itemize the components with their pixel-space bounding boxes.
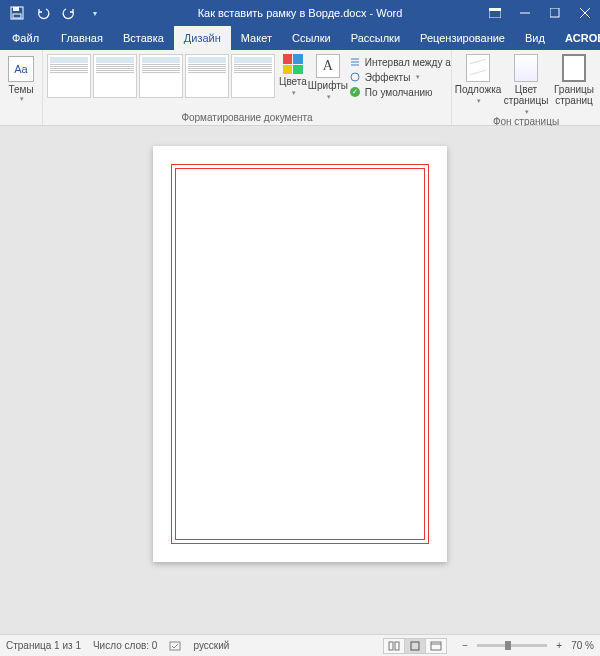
colors-label: Цвета <box>279 76 307 87</box>
style-set-thumb[interactable] <box>231 54 275 98</box>
svg-rect-17 <box>170 642 180 650</box>
svg-rect-4 <box>489 8 501 11</box>
ribbon-tabs: Файл Главная Вставка Дизайн Макет Ссылки… <box>0 26 600 50</box>
redo-button[interactable] <box>58 2 80 24</box>
undo-button[interactable] <box>32 2 54 24</box>
tab-insert[interactable]: Вставка <box>113 26 174 50</box>
status-page[interactable]: Страница 1 из 1 <box>6 640 81 651</box>
save-button[interactable] <box>6 2 28 24</box>
page-borders-button[interactable]: Границы страниц <box>552 54 596 106</box>
group-label-formatting: Форматирование документа <box>43 112 451 125</box>
page[interactable] <box>153 146 447 562</box>
effects-icon <box>349 71 361 83</box>
svg-point-16 <box>351 73 359 81</box>
read-mode-button[interactable] <box>383 638 405 654</box>
quick-access-toolbar: ▾ <box>0 2 106 24</box>
svg-rect-21 <box>431 642 441 650</box>
zoom-out-button[interactable]: − <box>459 640 471 651</box>
colors-icon <box>283 54 303 74</box>
page-color-label: Цвет страницы <box>504 84 549 106</box>
tab-layout[interactable]: Макет <box>231 26 282 50</box>
tab-references[interactable]: Ссылки <box>282 26 341 50</box>
check-icon: ✓ <box>349 86 361 98</box>
proofing-icon[interactable] <box>169 640 181 652</box>
view-buttons <box>384 638 447 654</box>
title-bar: ▾ Как вставить рамку в Ворде.docx - Word <box>0 0 600 26</box>
group-document-formatting: Цвета A Шрифты Интервал между абзацами <box>43 50 452 125</box>
fonts-icon: A <box>316 54 340 78</box>
colors-button[interactable]: Цвета <box>279 54 307 97</box>
ribbon: Aa Темы Цвета A Шрифты <box>0 50 600 126</box>
tab-acrobat[interactable]: ACROBAT <box>555 26 600 50</box>
tab-review[interactable]: Рецензирование <box>410 26 515 50</box>
tab-home[interactable]: Главная <box>51 26 113 50</box>
print-layout-button[interactable] <box>404 638 426 654</box>
group-themes: Aa Темы <box>0 50 43 125</box>
effects-button[interactable]: Эффекты <box>349 71 451 83</box>
fonts-label: Шрифты <box>308 80 348 91</box>
style-set-thumb[interactable] <box>185 54 229 98</box>
group-page-background: Подложка Цвет страницы Границы страниц Ф… <box>452 50 600 125</box>
svg-rect-19 <box>395 642 399 650</box>
fonts-button[interactable]: A Шрифты <box>311 54 345 101</box>
page-borders-label: Границы страниц <box>552 84 596 106</box>
qat-customize-icon[interactable]: ▾ <box>84 2 106 24</box>
document-canvas[interactable] <box>0 126 600 634</box>
watermark-label: Подложка <box>455 84 502 95</box>
style-set-thumb[interactable] <box>47 54 91 98</box>
maximize-button[interactable] <box>540 0 570 26</box>
page-border-inner <box>175 168 425 540</box>
style-set-gallery[interactable] <box>47 54 275 98</box>
svg-rect-1 <box>13 7 19 11</box>
tab-mailings[interactable]: Рассылки <box>341 26 410 50</box>
zoom-slider[interactable] <box>477 644 547 647</box>
minimize-button[interactable] <box>510 0 540 26</box>
style-set-thumb[interactable] <box>93 54 137 98</box>
page-color-button[interactable]: Цвет страницы <box>504 54 548 116</box>
svg-rect-18 <box>389 642 393 650</box>
paragraph-spacing-button[interactable]: Интервал между абзацами <box>349 56 451 68</box>
watermark-button[interactable]: Подложка <box>456 54 500 105</box>
tab-view[interactable]: Вид <box>515 26 555 50</box>
page-borders-icon <box>562 54 586 82</box>
web-layout-button[interactable] <box>425 638 447 654</box>
zoom-value[interactable]: 70 % <box>571 640 594 651</box>
page-border-outer <box>171 164 429 544</box>
status-language[interactable]: русский <box>193 640 229 651</box>
zoom-in-button[interactable]: + <box>553 640 565 651</box>
page-color-icon <box>514 54 538 82</box>
close-button[interactable] <box>570 0 600 26</box>
status-bar: Страница 1 из 1 Число слов: 0 русский − … <box>0 634 600 656</box>
svg-rect-6 <box>550 8 559 17</box>
themes-label: Темы <box>8 84 33 95</box>
svg-rect-20 <box>411 642 419 650</box>
formatting-options: Интервал между абзацами Эффекты ✓ По умо… <box>349 54 451 98</box>
svg-rect-2 <box>13 14 21 18</box>
watermark-icon <box>466 54 490 82</box>
set-default-button[interactable]: ✓ По умолчанию <box>349 86 451 98</box>
zoom-control: − + 70 % <box>459 640 594 651</box>
set-default-label: По умолчанию <box>365 87 433 98</box>
ribbon-display-options-icon[interactable] <box>480 0 510 26</box>
themes-button[interactable]: Aa Темы <box>4 54 38 103</box>
themes-icon: Aa <box>8 56 34 82</box>
paragraph-spacing-icon <box>349 56 361 68</box>
style-set-thumb[interactable] <box>139 54 183 98</box>
effects-label: Эффекты <box>365 72 410 83</box>
status-word-count[interactable]: Число слов: 0 <box>93 640 157 651</box>
window-controls <box>480 0 600 26</box>
tab-file[interactable]: Файл <box>0 26 51 50</box>
paragraph-spacing-label: Интервал между абзацами <box>365 57 451 68</box>
tab-design[interactable]: Дизайн <box>174 26 231 50</box>
